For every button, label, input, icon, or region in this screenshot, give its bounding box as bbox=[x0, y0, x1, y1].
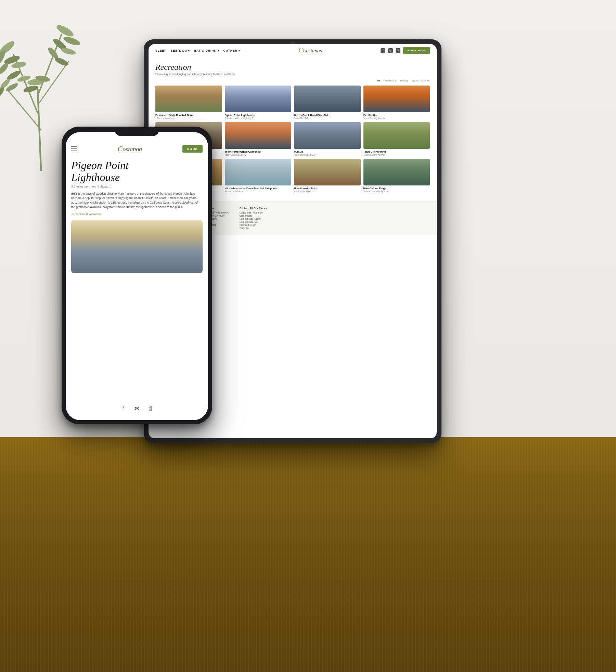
footer-link-loreto[interactable]: Loreto Islas Restaurant bbox=[240, 211, 267, 214]
phone-facebook-icon[interactable]: f bbox=[120, 405, 127, 412]
activity-name: Hike Ohlone Ridge bbox=[363, 187, 430, 190]
filter-all[interactable]: All bbox=[377, 79, 381, 82]
page-subtitle: From easy to challenging, for solo adven… bbox=[155, 73, 430, 76]
activity-sub: 3.5 miles north on Highway 1 bbox=[225, 117, 292, 119]
activity-sub: Easy Coastal Hike bbox=[225, 190, 292, 193]
phone-device: Costanoa BOOK Pigeon Point Lighthouse 3.… bbox=[62, 127, 212, 424]
nav-eat-drink[interactable]: EAT & DRINK bbox=[194, 49, 219, 52]
activity-sub: Easy Bike Ride bbox=[294, 117, 361, 119]
footer-earp: Earp, CA bbox=[240, 227, 267, 229]
activity-card-bikeride[interactable]: Gazos Creek Road Bike Ride Easy Bike Rid… bbox=[294, 86, 361, 119]
phone-footer-bar: f ✉ ⎙ bbox=[66, 402, 208, 415]
activity-sub: Easy 2 Mile Hike bbox=[294, 190, 361, 193]
activity-name: Get Set Go bbox=[363, 114, 430, 117]
phone-print-icon[interactable]: ⎙ bbox=[147, 405, 154, 412]
activity-image bbox=[294, 159, 361, 185]
activity-sub: Team Building Activity bbox=[363, 154, 430, 156]
filter-tabs: All Adventure Family Group Activities bbox=[155, 79, 430, 82]
activity-name: Pescadero State Beach & Sarah bbox=[155, 114, 222, 117]
phone-book-button[interactable]: BOOK bbox=[182, 145, 203, 153]
footer-col-places: Explore All Our Places Loreto Islas Rest… bbox=[240, 207, 267, 230]
activity-name: Hike Whitehouse Creek Beach & Tidepools bbox=[225, 187, 292, 190]
nav-see-do[interactable]: SEE & DO bbox=[171, 49, 190, 52]
wood-grain-texture bbox=[0, 437, 616, 672]
activity-image bbox=[363, 159, 430, 185]
activity-image bbox=[363, 122, 430, 149]
activity-name: Pursuit bbox=[294, 150, 361, 153]
phone-back-link[interactable]: << back to all recreation bbox=[71, 212, 203, 216]
footer-siskiyou-loc: Lake Siskiyou, CA bbox=[240, 221, 267, 223]
activity-image bbox=[225, 86, 292, 112]
tablet-logo[interactable]: CCostanoa bbox=[298, 47, 322, 54]
phone-page-description: Built in the days of wooden ships to war… bbox=[71, 192, 203, 209]
activity-name: Hike Franklin Point bbox=[294, 187, 361, 190]
wooden-table bbox=[0, 437, 616, 672]
activity-card-pursuit[interactable]: Pursuit Team Building Activity bbox=[294, 122, 361, 156]
activity-image bbox=[155, 86, 222, 112]
email-icon[interactable]: ✉ bbox=[396, 48, 400, 53]
tablet-site-header: SLEEP SEE & DO EAT & DRINK GATHER CCosta… bbox=[149, 44, 437, 57]
phone-page-title: Pigeon Point Lighthouse bbox=[71, 159, 203, 183]
activity-image bbox=[294, 122, 361, 149]
facebook-icon[interactable]: f bbox=[381, 48, 385, 53]
filter-group[interactable]: Group Activities bbox=[412, 79, 430, 82]
activity-sub: Team Building Activity bbox=[363, 117, 430, 119]
activity-image bbox=[294, 86, 361, 112]
activity-sub: ...les north on Hwy 1 bbox=[155, 117, 222, 119]
activity-card-ohlone[interactable]: Hike Ohlone Ridge 10 Mile Challenging Hi… bbox=[363, 159, 430, 193]
activity-sub: 10 Mile Challenging Hike bbox=[363, 190, 430, 193]
activity-card-pescadero[interactable]: Pescadero State Beach & Sarah ...les nor… bbox=[155, 86, 222, 119]
activity-sub: Team Building Activity bbox=[294, 154, 361, 156]
phone-email-icon[interactable]: ✉ bbox=[133, 405, 140, 412]
footer-baja: Baja, Mexico bbox=[240, 215, 267, 217]
tablet-nav: SLEEP SEE & DO EAT & DRINK GATHER bbox=[155, 49, 240, 52]
activity-card-teamperf[interactable]: Team Performance Challenge Team Building… bbox=[225, 122, 292, 156]
filter-family[interactable]: Family bbox=[400, 79, 408, 82]
activity-image bbox=[225, 159, 292, 185]
activity-name: Team Orienteering bbox=[363, 150, 430, 153]
activity-sub: Team Building Activity bbox=[225, 154, 292, 156]
activity-card-franklin[interactable]: Hike Franklin Point Easy 2 Mile Hike bbox=[294, 159, 361, 193]
header-icons: f ◎ ✉ BOOK NOW bbox=[381, 47, 430, 54]
phone-logo[interactable]: Costanoa bbox=[118, 144, 142, 153]
page-title: Recreation bbox=[155, 63, 430, 72]
activity-card-lighthouse[interactable]: Pigeon Point Lighthouse 3.5 miles north … bbox=[225, 86, 292, 119]
footer-col-title: Explore All Our Places bbox=[240, 207, 267, 210]
activity-card-getsetgo[interactable]: Get Set Go Team Building Activity bbox=[363, 86, 430, 119]
instagram-icon[interactable]: ◎ bbox=[388, 48, 393, 53]
svg-point-13 bbox=[62, 35, 81, 47]
nav-gather[interactable]: GATHER bbox=[223, 49, 240, 52]
filter-adventure[interactable]: Adventure bbox=[385, 79, 396, 82]
hamburger-menu[interactable] bbox=[71, 146, 77, 151]
activity-name: Gazos Creek Road Bike Ride bbox=[294, 114, 361, 117]
activity-card-orienteering[interactable]: Team Orienteering Team Building Activity bbox=[363, 122, 430, 156]
nav-sleep[interactable]: SLEEP bbox=[155, 49, 167, 52]
phone-notch bbox=[115, 127, 159, 136]
phone-content: Pigeon Point Lighthouse 3.5 miles north … bbox=[66, 156, 208, 276]
activity-image bbox=[363, 86, 430, 112]
svg-point-12 bbox=[55, 23, 75, 38]
activity-name: Pigeon Point Lighthouse bbox=[225, 114, 292, 117]
activity-card-creek[interactable]: Hike Whitehouse Creek Beach & Tidepools … bbox=[225, 159, 292, 193]
activity-name: Team Performance Challenge bbox=[225, 150, 292, 153]
footer-link-riverland[interactable]: Riverland Resort bbox=[240, 224, 267, 226]
activity-image bbox=[225, 122, 292, 149]
phone-screen: Costanoa BOOK Pigeon Point Lighthouse 3.… bbox=[66, 132, 208, 420]
phone-article-image bbox=[71, 220, 203, 273]
svg-point-23 bbox=[23, 85, 39, 94]
book-now-button[interactable]: BOOK NOW bbox=[403, 47, 430, 54]
phone-page-subtitle: 3.5 miles north on Highway 1 bbox=[71, 185, 203, 188]
footer-link-siskiyou[interactable]: Lake Siskiyou Resort bbox=[240, 218, 267, 220]
